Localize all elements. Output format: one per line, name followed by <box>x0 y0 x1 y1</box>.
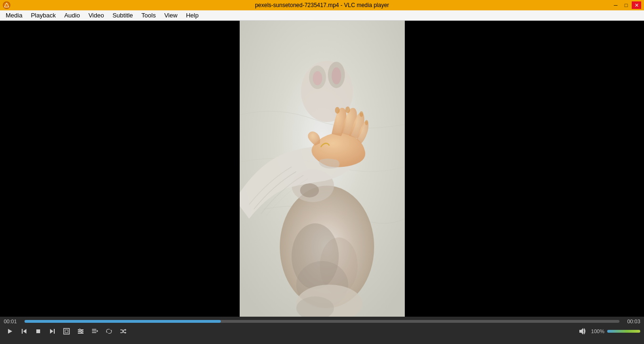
svg-rect-32 <box>81 331 82 333</box>
svg-rect-29 <box>78 331 84 332</box>
extended-settings-button[interactable] <box>75 326 87 336</box>
svg-point-16 <box>335 107 340 114</box>
time-current: 00:01 <box>4 319 21 324</box>
svg-rect-33 <box>92 329 96 330</box>
svg-point-17 <box>345 106 350 113</box>
svg-rect-35 <box>92 332 96 333</box>
seek-bar[interactable] <box>25 320 619 323</box>
volume-bar[interactable] <box>607 330 640 333</box>
seek-row: 00:01 00:03 <box>4 319 640 324</box>
stop-button[interactable] <box>32 326 44 336</box>
svg-marker-39 <box>579 328 583 335</box>
svg-rect-27 <box>65 330 68 333</box>
svg-marker-37 <box>125 329 126 331</box>
video-area[interactable] <box>0 21 644 317</box>
svg-rect-23 <box>36 329 40 333</box>
close-button[interactable]: ✕ <box>632 1 641 9</box>
volume-bar-fill <box>607 330 640 333</box>
playlist-button[interactable] <box>89 326 101 336</box>
controls-bar: 00:01 00:03 <box>0 317 644 344</box>
maximize-button[interactable]: □ <box>621 1 631 9</box>
svg-point-15 <box>332 67 341 84</box>
menu-audio[interactable]: Audio <box>60 11 84 20</box>
svg-point-10 <box>300 183 319 197</box>
loop-button[interactable] <box>103 326 115 336</box>
menu-tools[interactable]: Tools <box>138 11 159 20</box>
play-button[interactable] <box>4 326 16 336</box>
svg-marker-22 <box>23 329 26 334</box>
volume-icon <box>578 327 586 336</box>
buttons-row: 100% <box>4 326 640 336</box>
titlebar: pexels-sunsetoned-7235417.mp4 - VLC medi… <box>0 0 644 10</box>
time-total: 00:03 <box>623 319 640 324</box>
minimize-button[interactable]: ─ <box>611 1 620 9</box>
svg-marker-20 <box>8 329 12 334</box>
svg-rect-26 <box>64 328 69 334</box>
menu-view[interactable]: View <box>160 11 181 20</box>
video-display <box>240 21 405 317</box>
svg-marker-38 <box>125 332 126 334</box>
skip-forward-button[interactable] <box>46 326 59 336</box>
svg-rect-31 <box>79 329 80 331</box>
menu-playback[interactable]: Playback <box>27 11 59 20</box>
video-frame <box>240 21 405 317</box>
window-controls: ─ □ ✕ <box>611 1 641 9</box>
svg-marker-36 <box>97 330 98 332</box>
svg-marker-0 <box>4 3 9 7</box>
fullscreen-button[interactable] <box>60 326 73 336</box>
volume-percent: 100% <box>589 328 604 334</box>
skip-back-button[interactable] <box>18 326 30 336</box>
random-button[interactable] <box>117 326 129 336</box>
svg-point-19 <box>365 120 368 125</box>
svg-rect-28 <box>78 329 84 330</box>
svg-rect-25 <box>54 329 55 334</box>
seek-bar-fill <box>25 320 221 323</box>
controls-right: 100% <box>578 327 640 336</box>
svg-rect-30 <box>78 333 84 334</box>
menubar: Media Playback Audio Video Subtitle Tool… <box>0 10 644 21</box>
svg-rect-21 <box>22 329 23 334</box>
svg-point-14 <box>313 71 322 85</box>
controls-left <box>4 326 129 336</box>
svg-marker-24 <box>50 329 53 334</box>
svg-rect-34 <box>92 331 96 332</box>
menu-media[interactable]: Media <box>2 11 26 20</box>
svg-point-18 <box>360 111 363 117</box>
vlc-logo-icon <box>3 1 10 9</box>
window-title: pexels-sunsetoned-7235417.mp4 - VLC medi… <box>255 2 389 8</box>
menu-help[interactable]: Help <box>182 11 202 20</box>
menu-video[interactable]: Video <box>84 11 108 20</box>
menu-subtitle[interactable]: Subtitle <box>109 11 136 20</box>
titlebar-left <box>3 1 10 9</box>
video-content <box>240 21 405 317</box>
